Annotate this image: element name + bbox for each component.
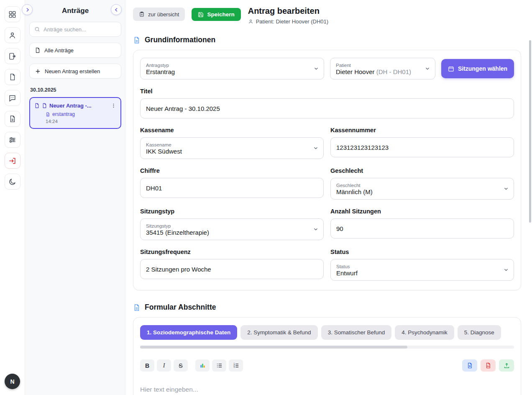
format-buttons: B I S 123 [140, 359, 243, 372]
calendar-icon [448, 66, 454, 72]
geschlecht-field: Geschlecht Geschlecht Männlich (M) [330, 159, 514, 200]
tab-soziodemographische-daten[interactable]: 1. Soziodemographische Daten [140, 325, 237, 340]
sitzungstyp-inner-label: Sitzungstyp [146, 223, 309, 228]
sidebar-title: Anträge [29, 5, 121, 17]
section-tabs: 1. Soziodemographische Daten 2. Symptoma… [140, 325, 514, 340]
ordered-list-icon: 123 [233, 362, 239, 369]
tabs-scrollbar-thumb[interactable] [140, 346, 407, 349]
bullet-list-button[interactable] [212, 359, 226, 372]
logout-button[interactable] [5, 153, 20, 169]
search-input[interactable] [43, 26, 116, 33]
antragstyp-value: Erstantrag [146, 68, 309, 75]
patient-select[interactable]: Patient Dieter Hoover (DH - DH01) [330, 58, 435, 80]
back-to-overview-button[interactable]: zur übersicht [133, 8, 185, 21]
chevron-down-icon [425, 66, 430, 72]
dark-mode-button[interactable] [5, 174, 20, 190]
icon-rail: N [0, 0, 25, 395]
dashboard-button[interactable] [5, 6, 20, 22]
file-icon [46, 112, 50, 117]
geschlecht-select[interactable]: Geschlecht Männlich (M) [330, 178, 514, 200]
user-avatar[interactable]: N [5, 374, 20, 389]
kassename-inner-label: Kassename [146, 142, 309, 147]
anzahl-sitzungen-label: Anzahl Sitzungen [330, 208, 514, 215]
upload-icon [504, 362, 510, 369]
strikethrough-button[interactable]: S [174, 359, 188, 372]
new-request-button[interactable]: Neuen Antrag erstellen [29, 64, 121, 79]
tab-psychodynamik[interactable]: 4. Psychodynamik [395, 325, 454, 340]
sitzungstyp-select[interactable]: Sitzungstyp 35415 (Einzeltherapie) [140, 218, 324, 240]
sitzungstyp-field: Sitzungstyp Sitzungstyp 35415 (Einzelthe… [140, 200, 324, 240]
request-list-item-selected[interactable]: Neuer Antrag -... erstantrag 14:24 [29, 97, 121, 129]
sitzungstyp-value: 35415 (Einzeltherapie) [146, 229, 309, 236]
kassennummer-input[interactable] [330, 137, 514, 157]
request-item-header: Neuer Antrag -... [34, 102, 117, 109]
sliders-icon [8, 136, 16, 144]
kassename-select[interactable]: Kassename IKK Südwest [140, 137, 324, 159]
request-item-time: 14:24 [34, 119, 117, 124]
person-icon [248, 19, 253, 24]
form-sections-card: 1. Soziodemographische Daten 2. Symptoma… [133, 317, 521, 395]
patient-value-suffix: (DH - DH01) [376, 68, 411, 75]
status-value: Entwurf [336, 269, 499, 277]
chevron-down-icon [313, 66, 319, 72]
settings-button[interactable] [5, 132, 20, 148]
editor-toolbar: B I S 123 W [140, 359, 514, 372]
bold-button[interactable]: B [140, 359, 154, 372]
tab-symptomatik-befund[interactable]: 2. Symptomatik & Befund [240, 325, 317, 340]
titel-label: Titel [140, 88, 514, 95]
antragstyp-select[interactable]: Antragstyp Erstantrag [140, 58, 324, 80]
chat-button[interactable] [5, 90, 20, 106]
file-icon [34, 103, 40, 108]
save-button[interactable]: Speichern [192, 8, 240, 21]
clipboard-icon [139, 11, 145, 17]
sitzungsfrequenz-input[interactable] [140, 259, 324, 279]
choose-sessions-label: Sitzungen wählen [458, 65, 507, 72]
form-sections-header: Formular Abschnitte [133, 303, 521, 312]
sidebar-expand-button[interactable] [22, 4, 33, 15]
reports-button[interactable] [5, 111, 20, 127]
chart-button[interactable] [195, 359, 210, 372]
document-icon [35, 47, 41, 53]
item-menu-button[interactable] [110, 102, 117, 109]
status-select[interactable]: Status Entwurf [330, 259, 514, 281]
main-content: zur übersicht Speichern Antrag bearbeite… [125, 0, 532, 395]
documents-button[interactable] [5, 69, 20, 85]
word-export-button[interactable]: W [462, 359, 477, 372]
status-label: Status [330, 249, 514, 255]
choose-sessions-button[interactable]: Sitzungen wählen [441, 59, 514, 78]
upload-button[interactable] [499, 359, 514, 372]
chiffre-input[interactable] [140, 178, 324, 198]
tabs-scrollbar-track [140, 346, 514, 349]
svg-text:PDF: PDF [486, 366, 490, 367]
chevron-down-icon [503, 267, 509, 273]
titel-input[interactable] [140, 98, 514, 118]
file-text-icon [9, 115, 16, 123]
bar-chart-icon [200, 362, 206, 369]
device-export-button[interactable] [5, 48, 20, 64]
chat-icon [8, 94, 16, 102]
save-button-label: Speichern [207, 11, 234, 18]
tab-diagnose[interactable]: 5. Diagnose [458, 325, 501, 340]
all-requests-button[interactable]: Alle Anträge [29, 43, 121, 58]
geschlecht-inner-label: Geschlecht [336, 183, 499, 188]
sidebar-collapse-button[interactable] [111, 4, 122, 15]
ordered-list-button[interactable]: 123 [229, 359, 243, 372]
pdf-export-button[interactable]: PDF [481, 359, 496, 372]
patients-button[interactable] [5, 27, 20, 43]
new-request-label: Neuen Antrag erstellen [45, 68, 100, 74]
italic-button[interactable]: I [157, 359, 171, 372]
tab-somatischer-befund[interactable]: 3. Somatischer Befund [321, 325, 392, 340]
all-requests-label: Alle Anträge [44, 47, 74, 54]
request-item-type-row: erstantrag [34, 111, 117, 117]
top-field-row: Antragstyp Erstantrag Patient Dieter Hoo… [140, 58, 514, 80]
window-scrollbar-thumb[interactable] [529, 40, 531, 223]
svg-text:3: 3 [233, 366, 235, 368]
chiffre-label: Chiffre [140, 167, 324, 174]
anzahl-sitzungen-input[interactable] [330, 218, 514, 239]
logout-icon [8, 157, 16, 165]
editor-placeholder[interactable]: Hier text eingeben... [140, 386, 514, 393]
chiffre-field: Chiffre [140, 159, 324, 200]
basic-info-section-title: Grundinformationen [145, 36, 215, 44]
file-blue-icon [133, 304, 141, 311]
kassename-value: IKK Südwest [146, 148, 309, 155]
